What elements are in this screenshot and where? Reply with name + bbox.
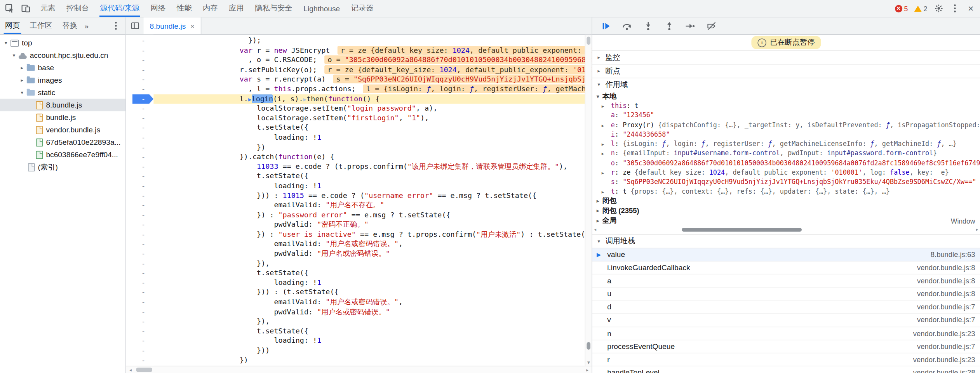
main-tab-console[interactable]: 控制台 xyxy=(61,0,94,17)
main-tab-recorder[interactable]: 记录器 xyxy=(346,0,379,17)
gutter-line[interactable]: - xyxy=(126,65,153,75)
gutter-line[interactable]: - xyxy=(126,123,153,133)
scrollbar-thumb[interactable] xyxy=(587,36,590,45)
main-tab-sources[interactable]: 源代码/来源 xyxy=(94,0,145,17)
section-watch[interactable]: ▸ 监控 xyxy=(592,50,980,64)
resume-button[interactable] xyxy=(601,21,611,30)
scroll-left-icon[interactable]: ◂ xyxy=(126,367,135,372)
scope-variable[interactable]: o: "305c300d06092a864886f70d010101050003… xyxy=(592,158,980,168)
tree-item-3[interactable]: ▸images xyxy=(0,74,125,86)
gutter-line[interactable]: - xyxy=(126,104,153,113)
device-toolbar-button[interactable] xyxy=(18,1,33,16)
execution-line-marker[interactable]: - xyxy=(126,94,153,104)
scope-group-closure-2[interactable]: ▸闭包 (2355) xyxy=(592,206,980,216)
chevron-down-icon[interactable]: ▾ xyxy=(10,52,17,58)
scope-group-global[interactable]: ▸全局Window xyxy=(592,216,980,226)
step-into-button[interactable] xyxy=(642,21,653,30)
tree-item-2[interactable]: ▸base xyxy=(0,61,125,74)
main-tab-elements[interactable]: 元素 xyxy=(35,0,61,17)
call-stack-frame[interactable]: nvendor.bundle.js:23 xyxy=(592,327,980,340)
tree-item-6[interactable]: bundle.js xyxy=(0,111,125,123)
navigator-tab-page[interactable]: 网页 xyxy=(0,17,25,34)
gutter-line[interactable]: - xyxy=(126,113,153,123)
call-stack-frame[interactable]: rvendor.bundle.js:23 xyxy=(592,353,980,366)
call-stack-frame[interactable]: handleTopLevelvendor.bundle.js:28 xyxy=(592,366,980,373)
gutter-line[interactable]: - xyxy=(126,249,153,259)
gutter-line[interactable]: - xyxy=(126,336,153,346)
gutter-line[interactable]: - xyxy=(126,288,153,298)
gutter-line[interactable]: - xyxy=(126,181,153,191)
scope-variable[interactable]: ▸t: t {props: {…}, context: {…}, refs: {… xyxy=(592,187,980,196)
scroll-left-icon[interactable]: ◂ xyxy=(594,227,597,232)
call-stack-frame[interactable]: processEventQueuevendor.bundle.js:7 xyxy=(592,340,980,353)
gutter-line[interactable]: - xyxy=(126,172,153,181)
gutter-line[interactable]: - xyxy=(126,220,153,230)
section-breakpoints[interactable]: ▸ 断点 xyxy=(592,64,980,78)
gutter-line[interactable]: - xyxy=(126,317,153,326)
main-tab-memory[interactable]: 内存 xyxy=(197,0,223,17)
step-button[interactable] xyxy=(685,21,695,30)
gutter-line[interactable]: - xyxy=(126,346,153,356)
close-devtools-button[interactable]: ✕ xyxy=(963,1,978,16)
gutter-line[interactable]: - xyxy=(126,230,153,239)
step-over-button[interactable] xyxy=(621,21,632,30)
gutter-line[interactable]: - xyxy=(126,278,153,288)
gutter-line[interactable]: - xyxy=(126,307,153,317)
navigator-menu-button[interactable] xyxy=(106,17,125,34)
editor-horizontal-scrollbar[interactable]: ◂ ▸ xyxy=(126,366,592,373)
scope-variable[interactable]: ▸n: {emailInput: input#username.form-con… xyxy=(592,149,980,158)
gutter-line[interactable]: - xyxy=(126,133,153,142)
section-call-stack[interactable]: ▾ 调用堆栈 xyxy=(592,234,980,248)
main-tab-application[interactable]: 应用 xyxy=(223,0,249,17)
tree-item-0[interactable]: ▾top xyxy=(0,36,125,49)
scope-variable[interactable]: ▸this: t xyxy=(592,101,980,111)
tree-item-10[interactable]: (索引) xyxy=(0,161,125,173)
gutter-line[interactable]: - xyxy=(126,46,153,56)
scope-variable[interactable]: i: "2444336658" xyxy=(592,130,980,139)
gutter-line[interactable]: - xyxy=(126,191,153,201)
scope-variable[interactable]: ▸l: {isLogin: ƒ, login: ƒ, registerUser:… xyxy=(592,139,980,149)
scope-variable[interactable]: a: "123456" xyxy=(592,111,980,120)
gutter-line[interactable]: - xyxy=(126,56,153,65)
tree-item-4[interactable]: ▾static xyxy=(0,86,125,99)
scope-variable[interactable]: s: "Sq6PP03eNC26UIOjWIqqzyU0cH9Vud5njYiz… xyxy=(592,177,980,187)
chevron-right-icon[interactable]: ▸ xyxy=(19,65,26,70)
scope-horizontal-scrollbar[interactable]: ◂ ▸ xyxy=(592,227,980,233)
deactivate-breakpoints-button[interactable] xyxy=(706,21,717,30)
settings-button[interactable] xyxy=(931,1,946,16)
gutter-line[interactable]: - xyxy=(126,269,153,278)
scope-variable[interactable]: ▸e: Proxy(r) {dispatchConfig: {…}, _targ… xyxy=(592,120,980,130)
chevron-right-icon[interactable]: ▸ xyxy=(19,77,26,83)
call-stack-frame[interactable]: uvendor.bundle.js:8 xyxy=(592,288,980,301)
gutter-line[interactable]: - xyxy=(126,85,153,94)
gutter-line[interactable]: - xyxy=(126,297,153,307)
tree-item-9[interactable]: bc603866ee7e9ff04... xyxy=(0,148,125,161)
warning-badge[interactable]: 2 xyxy=(912,5,930,12)
scope-variable[interactable]: ▸r: ze {default_key_size: 1024, default_… xyxy=(592,168,980,177)
gutter-line[interactable]: - xyxy=(126,75,153,85)
editor-tab-8-bundle-js[interactable]: 8.bundle.js × xyxy=(144,17,202,34)
call-stack-frame[interactable]: i.invokeGuardedCallbackvendor.bundle.js:… xyxy=(592,262,980,275)
error-badge[interactable]: ✕ 5 xyxy=(892,5,910,12)
call-stack-frame[interactable]: vvendor.bundle.js:7 xyxy=(592,314,980,327)
scope-group-closure-1[interactable]: ▸闭包 xyxy=(592,196,980,206)
gutter-line[interactable]: - xyxy=(126,356,153,365)
gutter-line[interactable]: - xyxy=(126,36,153,46)
main-tab-lighthouse[interactable]: Lighthouse xyxy=(298,0,346,17)
main-tab-performance[interactable]: 性能 xyxy=(171,0,197,17)
scope-group-local[interactable]: ▾本地 xyxy=(592,91,980,101)
gutter-line[interactable]: - xyxy=(126,210,153,220)
navigator-tab-overrides[interactable]: 替换 xyxy=(57,17,82,34)
call-stack-frame[interactable]: avendor.bundle.js:8 xyxy=(592,274,980,288)
scrollbar-thumb-secondary[interactable] xyxy=(587,342,590,350)
gutter-line[interactable]: - xyxy=(126,239,153,249)
scroll-down-icon[interactable]: ▼ xyxy=(585,360,592,364)
call-stack-frame[interactable]: dvendor.bundle.js:7 xyxy=(592,301,980,314)
scrollbar-thumb[interactable] xyxy=(136,368,152,372)
gutter-line[interactable]: - xyxy=(126,162,153,172)
scroll-right-icon[interactable]: ▸ xyxy=(976,227,978,232)
editor-vertical-scrollbar[interactable]: ▼ xyxy=(585,35,592,366)
gutter-line[interactable]: - xyxy=(126,259,153,269)
chevron-down-icon[interactable]: ▾ xyxy=(2,40,9,45)
tree-item-8[interactable]: 67d5efa010e22893a... xyxy=(0,136,125,148)
